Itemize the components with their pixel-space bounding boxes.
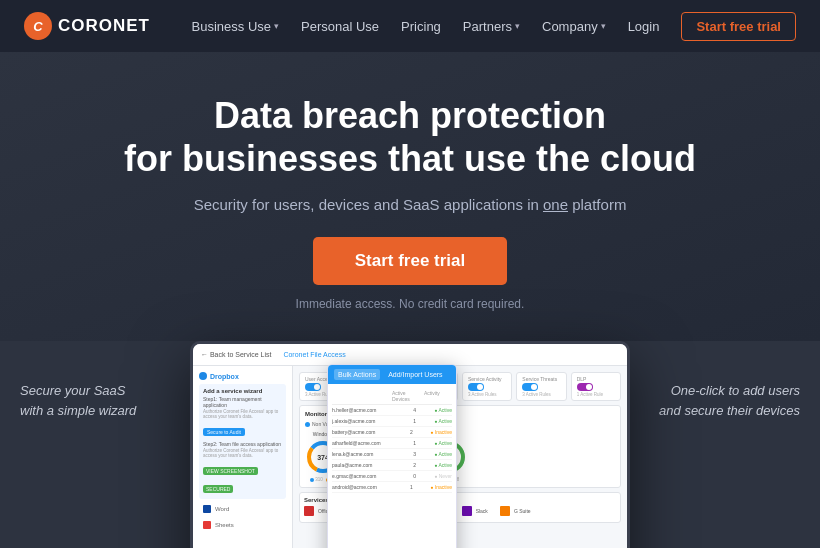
svg-rect-11 xyxy=(304,506,314,516)
nav-partners[interactable]: Partners ▾ xyxy=(463,19,520,34)
svg-rect-0 xyxy=(203,505,211,513)
bulk-actions-tab[interactable]: Bulk Actions xyxy=(334,369,380,380)
hero-note: Immediate access. No credit card require… xyxy=(24,297,796,311)
user-row: battery@acme.com 2 ● Inactive xyxy=(332,427,452,438)
brand-name: CORONET xyxy=(58,16,150,36)
svg-rect-14 xyxy=(500,506,510,516)
nav-business-use[interactable]: Business Use ▾ xyxy=(192,19,279,34)
hero-headline: Data breach protection for businesses th… xyxy=(24,94,796,180)
logo-area: C CORONET xyxy=(24,12,150,40)
nav-login[interactable]: Login xyxy=(628,19,660,34)
screen-sidebar: Dropbox Add a service wizard Step1: Team… xyxy=(193,366,293,548)
navbar: C CORONET Business Use ▾ Personal Use Pr… xyxy=(0,0,820,52)
screen-nav-back: ← Back to Service List xyxy=(201,351,271,358)
user-row: h.heller@acme.com 4 ● Active xyxy=(332,405,452,416)
metric-dlp: DLP 1 Active Rule xyxy=(571,372,621,401)
user-row: j.alexis@acme.com 1 ● Active xyxy=(332,416,452,427)
user-row: lena.k@acme.com 3 ● Active xyxy=(332,449,452,460)
add-import-users-tab[interactable]: Add/Import Users xyxy=(384,369,446,380)
wizard-box: Add a service wizard Step1: Team managem… xyxy=(199,384,286,499)
nav-cta-button[interactable]: Start free trial xyxy=(681,12,796,41)
dropbox-brand: Dropbox xyxy=(199,372,286,380)
logo-icon: C xyxy=(24,12,52,40)
svg-rect-13 xyxy=(462,506,472,516)
chevron-down-icon: ▾ xyxy=(274,21,279,31)
metric-service-threats: Service Threats 3 Active Rules xyxy=(516,372,566,401)
screen-nav-coronet: Coronet File Access xyxy=(283,351,345,358)
user-row: android@acme.com 1 ● Inactive xyxy=(332,482,452,493)
hero-subtext: Security for users, devices and SaaS app… xyxy=(24,196,796,213)
user-row: paula@acme.com 2 ● Active xyxy=(332,460,452,471)
nav-links: Business Use ▾ Personal Use Pricing Part… xyxy=(192,12,796,41)
right-callout: One-click to add users and secure their … xyxy=(650,351,800,420)
svg-rect-1 xyxy=(203,521,211,529)
chevron-down-icon: ▾ xyxy=(601,21,606,31)
nav-pricing[interactable]: Pricing xyxy=(401,19,441,34)
hero-section: Data breach protection for businesses th… xyxy=(0,52,820,341)
laptop-mockup: ← Back to Service List Coronet File Acce… xyxy=(170,341,650,548)
screen-navbar: ← Back to Service List Coronet File Acce… xyxy=(193,344,627,366)
right-panel: Bulk Actions Add/Import Users Active Dev… xyxy=(327,364,457,548)
metric-service-activity: Service Activity 3 Active Rules xyxy=(462,372,512,401)
hero-cta-button[interactable]: Start free trial xyxy=(313,237,508,285)
screen-sidebar-item: Word xyxy=(199,502,286,516)
bottom-section: Secure your SaaS with a simple wizard ← … xyxy=(0,351,820,548)
laptop-frame: ← Back to Service List Coronet File Acce… xyxy=(190,341,630,548)
screen-sidebar-item: Sheets xyxy=(199,518,286,532)
service-slack: Slack xyxy=(462,506,488,516)
nav-company[interactable]: Company ▾ xyxy=(542,19,606,34)
nav-personal-use[interactable]: Personal Use xyxy=(301,19,379,34)
chevron-down-icon: ▾ xyxy=(515,21,520,31)
user-row: atharfield@acme.com 1 ● Active xyxy=(332,438,452,449)
user-row: e.gmac@acme.com 0 ● Never xyxy=(332,471,452,482)
laptop-screen: ← Back to Service List Coronet File Acce… xyxy=(193,344,627,548)
service-gsuite: G Suite xyxy=(500,506,531,516)
left-callout: Secure your SaaS with a simple wizard xyxy=(20,351,170,420)
